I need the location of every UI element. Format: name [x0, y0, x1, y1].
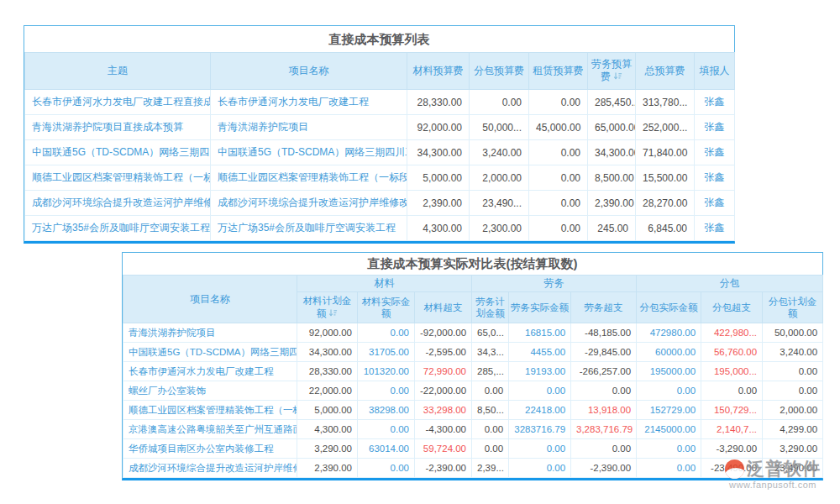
compare-amount-cell[interactable]: 0.00: [509, 439, 571, 459]
sub-header-1-2[interactable]: 材料实际金额: [358, 292, 415, 323]
project-link[interactable]: 万达广场35#会所及咖啡厅空调安装工程: [211, 216, 407, 241]
compare-project-link[interactable]: 中国联通5G（TD-SCDMA）网络三期四川工程: [123, 343, 297, 362]
compare-amount-cell[interactable]: 3283716.79: [509, 420, 571, 439]
subject-link[interactable]: 成都沙河环境综合提升改造运河护岸维修改...: [25, 191, 211, 216]
col-header-project[interactable]: 项目名称: [123, 276, 297, 323]
project-link[interactable]: 青海洪湖养护院项目: [211, 115, 407, 140]
brand-name: 泛普软件: [747, 457, 821, 480]
reporter-link[interactable]: 张鑫: [695, 216, 735, 241]
compare-amount-cell[interactable]: 22418.00: [509, 401, 571, 420]
amount-cell: 4,300.00: [407, 216, 470, 241]
compare-amount-cell[interactable]: 472980.00: [637, 323, 701, 343]
compare-amount-cell[interactable]: 0.00: [637, 459, 701, 478]
col-header-1[interactable]: 主题: [25, 53, 211, 90]
compare-amount-cell[interactable]: 101320.00: [358, 362, 415, 381]
amount-cell: 6,845.00: [636, 216, 695, 241]
amount-cell: 50,000...: [470, 115, 529, 140]
amount-cell: 313,780...: [636, 90, 695, 115]
compare-amount-cell[interactable]: 152729.00: [637, 401, 701, 420]
sub-header-2-2[interactable]: 劳务实际金额: [509, 292, 571, 323]
compare-amount-cell[interactable]: 2145000.00: [637, 420, 701, 439]
compare-amount-cell: 0.00: [763, 362, 823, 381]
compare-amount-cell[interactable]: 0.00: [358, 459, 415, 478]
project-link[interactable]: 长春市伊通河水力发电厂改建工程: [211, 90, 407, 115]
compare-amount-cell: 3,283,716.79: [571, 420, 637, 439]
compare-amount-cell[interactable]: 0.00: [637, 439, 701, 459]
sub-header-2-3[interactable]: 劳务超支: [571, 292, 637, 323]
budget-list-body: 长春市伊通河水力发电厂改建工程直接成本...长春市伊通河水力发电厂改建工程28,…: [25, 90, 735, 241]
amount-cell: 0.00: [470, 90, 529, 115]
col-header-8[interactable]: 填报人: [695, 53, 735, 90]
compare-project-link[interactable]: 华侨城项目南区办公室内装修工程: [123, 439, 297, 459]
compare-amount-cell: 0.00: [701, 381, 763, 401]
column-label: 分包预算费: [474, 65, 524, 76]
compare-amount-cell[interactable]: 19193.00: [509, 362, 571, 381]
sub-header-3-2[interactable]: 分包超支: [701, 292, 763, 323]
compare-project-link[interactable]: 顺德工业园区档案管理精装饰工程（一标段）: [123, 401, 297, 420]
amount-cell: 5,000.00: [407, 165, 470, 191]
col-header-4[interactable]: 分包预算费: [470, 53, 529, 90]
col-header-2[interactable]: 项目名称: [211, 53, 407, 90]
column-label: 劳务预算费: [591, 58, 632, 82]
amount-cell: 15,500.00: [636, 165, 695, 191]
compare-project-link[interactable]: 青海洪湖养护院项目: [123, 323, 297, 343]
project-link[interactable]: 成都沙河环境综合提升改造运河护岸维修改造: [211, 191, 407, 216]
sub-header-2-1[interactable]: 劳务计划金额: [472, 292, 509, 323]
project-link[interactable]: 顺德工业园区档案管理精装饰工程（一标段）: [211, 165, 407, 191]
reporter-link[interactable]: 张鑫: [695, 115, 735, 140]
subject-link[interactable]: 万达广场35#会所及咖啡厅空调安装工程工...: [25, 216, 211, 241]
budget-list-table: 主题项目名称材料预算费分包预算费租赁预算费劳务预算费总预算费填报人 长春市伊通河…: [24, 52, 735, 241]
compare-project-link[interactable]: 成都沙河环境综合提升改造运河护岸维修改造: [123, 459, 297, 478]
column-label: 材料计划金额: [303, 296, 352, 318]
group-header-2[interactable]: 劳务: [472, 276, 637, 292]
compare-amount-cell[interactable]: 0.00: [637, 381, 701, 401]
fanpu-logo-icon: [725, 459, 744, 479]
subject-link[interactable]: 长春市伊通河水力发电厂改建工程直接成本...: [25, 90, 211, 115]
compare-amount-cell[interactable]: 0.00: [358, 323, 415, 343]
compare-amount-cell[interactable]: 63014.00: [358, 439, 415, 459]
project-link[interactable]: 中国联通5G（TD-SCDMA）网络三期四川工程: [211, 140, 407, 165]
group-header-3[interactable]: 分包: [637, 276, 823, 292]
compare-amount-cell[interactable]: 31705.00: [358, 343, 415, 362]
reporter-link[interactable]: 张鑫: [695, 140, 735, 165]
reporter-link[interactable]: 张鑫: [695, 165, 735, 191]
compare-amount-cell: 0.00: [472, 381, 509, 401]
amount-cell: 34,300.00: [407, 140, 470, 165]
compare-project-link[interactable]: 螺丝厂办公室装饰: [123, 381, 297, 401]
compare-amount-cell[interactable]: 0.00: [509, 459, 571, 478]
compare-amount-cell[interactable]: 195000.00: [637, 362, 701, 381]
compare-amount-cell[interactable]: 0.00: [509, 381, 571, 401]
compare-amount-cell: -266,257.00: [571, 362, 637, 381]
amount-cell: 45,000.00: [529, 115, 588, 140]
compare-amount-cell[interactable]: 38298.00: [358, 401, 415, 420]
compare-project-link[interactable]: 京港澳高速公路粤境韶关至广州互通路面改造中: [123, 420, 297, 439]
column-label: 材料: [375, 277, 395, 289]
compare-amount-cell[interactable]: 60000.00: [637, 343, 701, 362]
sub-header-1-3[interactable]: 材料超支: [415, 292, 472, 323]
column-label: 劳务超支: [585, 302, 623, 312]
budget-list-row: 中国联通5G（TD-SCDMA）网络三期四川...中国联通5G（TD-SCDMA…: [25, 140, 735, 165]
amount-cell: 34,300.00: [588, 140, 636, 165]
compare-amount-cell[interactable]: 0.00: [358, 420, 415, 439]
amount-cell: 2,390.00: [407, 191, 470, 216]
sub-header-3-3[interactable]: 分包计划金额: [763, 292, 823, 323]
compare-amount-cell[interactable]: 4455.00: [509, 343, 571, 362]
subject-link[interactable]: 青海洪湖养护院项目直接成本预算: [25, 115, 211, 140]
amount-cell: 2,300.00: [470, 216, 529, 241]
col-header-5[interactable]: 租赁预算费: [529, 53, 588, 90]
compare-amount-cell[interactable]: 16815.00: [509, 323, 571, 343]
sub-header-1-1[interactable]: 材料计划金额: [297, 292, 358, 323]
col-header-7[interactable]: 总预算费: [636, 53, 695, 90]
compare-amount-cell[interactable]: 0.00: [358, 381, 415, 401]
subject-link[interactable]: 中国联通5G（TD-SCDMA）网络三期四川...: [25, 140, 211, 165]
sub-header-3-1[interactable]: 分包实际金额: [637, 292, 701, 323]
col-header-6[interactable]: 劳务预算费: [588, 53, 636, 90]
col-header-3[interactable]: 材料预算费: [407, 53, 470, 90]
amount-cell: 3,240.00: [470, 140, 529, 165]
amount-cell: 245.00: [588, 216, 636, 241]
subject-link[interactable]: 顺德工业园区档案管理精装饰工程（一标段...: [25, 165, 211, 191]
compare-project-link[interactable]: 长春市伊通河水力发电厂改建工程: [123, 362, 297, 381]
reporter-link[interactable]: 张鑫: [695, 90, 735, 115]
reporter-link[interactable]: 张鑫: [695, 191, 735, 216]
group-header-1[interactable]: 材料: [297, 276, 472, 292]
